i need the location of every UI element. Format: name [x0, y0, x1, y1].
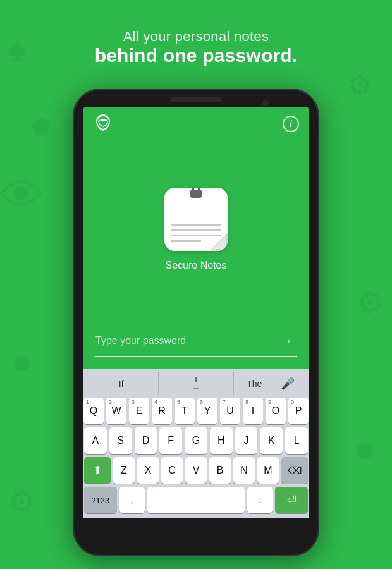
screen-topbar: i	[83, 107, 309, 140]
key-e[interactable]: 3E	[129, 398, 149, 424]
suggestion-i: I ···	[159, 372, 233, 395]
key-u[interactable]: 7U	[220, 398, 240, 424]
backspace-key[interactable]: ⌫	[281, 457, 308, 484]
key-m[interactable]: M	[257, 457, 279, 484]
app-logo-icon	[93, 113, 113, 135]
key-x[interactable]: X	[137, 457, 159, 484]
key-o[interactable]: 9O	[266, 398, 286, 424]
space-key[interactable]	[147, 487, 245, 513]
microphone-icon[interactable]: 🎤	[281, 377, 295, 391]
keyboard: If I ··· The 🎤 1Q 2W 3E 4R 5T	[83, 369, 309, 518]
phone-frame: i Secu	[73, 89, 319, 556]
backspace-icon: ⌫	[288, 465, 302, 477]
suggestion-the[interactable]: The 🎤	[234, 372, 308, 395]
key-f[interactable]: F	[159, 427, 182, 454]
key-h[interactable]: H	[210, 427, 233, 454]
numbers-key[interactable]: ?123	[84, 487, 117, 513]
enter-icon: ⏎	[287, 493, 297, 507]
key-z[interactable]: Z	[113, 457, 135, 484]
phone-speaker	[171, 97, 221, 102]
keyboard-row-3: ⬆ Z X C V B N M ⌫	[84, 457, 308, 484]
password-input-row: →	[95, 331, 297, 357]
app-icon-area: Secure Notes	[83, 140, 309, 331]
key-g[interactable]: G	[185, 427, 207, 454]
info-button[interactable]: i	[283, 116, 299, 132]
shift-icon: ⬆	[93, 463, 102, 477]
password-input[interactable]	[95, 335, 276, 346]
key-n[interactable]: N	[233, 457, 255, 484]
key-w[interactable]: 2W	[106, 398, 126, 424]
enter-key[interactable]: ⏎	[275, 487, 308, 513]
key-l[interactable]: L	[285, 427, 308, 454]
phone-camera	[262, 100, 269, 106]
keyboard-row-4: ?123 , . ⏎	[84, 487, 308, 513]
period-key[interactable]: .	[247, 487, 273, 513]
key-j[interactable]: J	[235, 427, 258, 454]
comma-key[interactable]: ,	[119, 487, 145, 513]
key-v[interactable]: V	[185, 457, 207, 484]
key-t[interactable]: 5T	[175, 398, 195, 424]
key-k[interactable]: K	[260, 427, 283, 454]
suggestion-if[interactable]: If	[84, 372, 159, 395]
secure-notes-icon	[164, 188, 228, 251]
lock-icon	[190, 188, 202, 198]
password-area: →	[83, 331, 309, 369]
shift-key[interactable]: ⬆	[84, 457, 111, 484]
key-c[interactable]: C	[161, 457, 183, 484]
app-name-label: Secure Notes	[166, 260, 227, 271]
header-line2: behind one password.	[0, 45, 392, 66]
key-y[interactable]: 6Y	[197, 398, 217, 424]
key-q[interactable]: 1Q	[83, 398, 104, 424]
header-section: All your personal notes behind one passw…	[0, 28, 392, 66]
keyboard-row-2: A S D F G H J K L	[84, 427, 308, 454]
phone-screen: i Secu	[83, 107, 309, 518]
keyboard-row-1: 1Q 2W 3E 4R 5T 6Y 7U 8I 9O 0P	[84, 398, 308, 424]
key-i[interactable]: 8I	[243, 398, 263, 424]
arrow-right-icon: →	[279, 333, 293, 349]
key-s[interactable]: S	[109, 427, 132, 454]
keyboard-suggestions-row: If I ··· The 🎤	[84, 372, 308, 395]
phone-top	[73, 89, 319, 102]
submit-arrow-button[interactable]: →	[276, 331, 297, 351]
key-b[interactable]: B	[209, 457, 231, 484]
key-a[interactable]: A	[84, 427, 107, 454]
key-p[interactable]: 0P	[288, 398, 309, 424]
key-d[interactable]: D	[135, 427, 157, 454]
key-r[interactable]: 4R	[152, 398, 172, 424]
header-line1: All your personal notes	[0, 28, 392, 45]
